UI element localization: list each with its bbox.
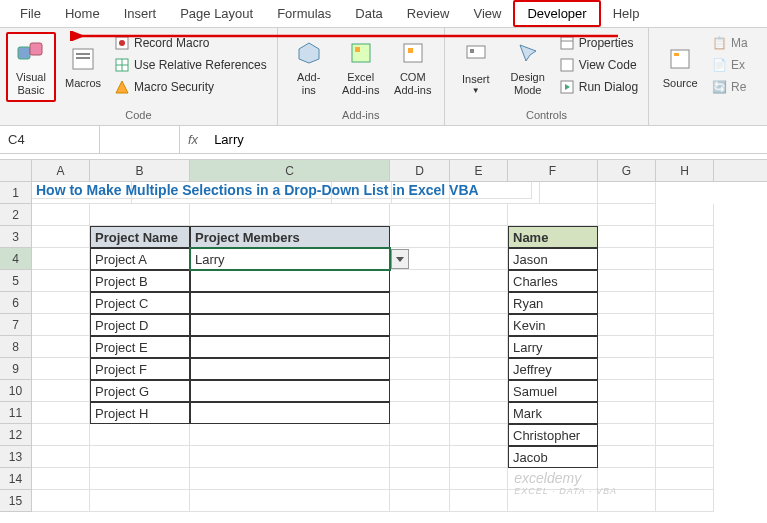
cell-F3[interactable]: Name (508, 226, 598, 248)
cell-A12[interactable] (32, 424, 90, 446)
cell-A9[interactable] (32, 358, 90, 380)
cell-E5[interactable] (450, 270, 508, 292)
menu-file[interactable]: File (8, 2, 53, 25)
cell-F4[interactable]: Jason (508, 248, 598, 270)
cell-B7[interactable]: Project D (90, 314, 190, 336)
select-all-corner[interactable] (0, 160, 32, 181)
cell-H8[interactable] (656, 336, 714, 358)
fx-label[interactable]: fx (180, 132, 206, 147)
row-header-8[interactable]: 8 (0, 336, 32, 358)
col-header-F[interactable]: F (508, 160, 598, 181)
run-dialog-button[interactable]: Run Dialog (555, 76, 642, 98)
row-header-15[interactable]: 15 (0, 490, 32, 512)
macros-button[interactable]: Macros (58, 32, 108, 102)
col-header-A[interactable]: A (32, 160, 90, 181)
row-header-6[interactable]: 6 (0, 292, 32, 314)
cell-A13[interactable] (32, 446, 90, 468)
cell-F14[interactable] (508, 468, 598, 490)
cell-E15[interactable] (450, 490, 508, 512)
source-button[interactable]: Source (655, 32, 705, 102)
cell-G8[interactable] (598, 336, 656, 358)
cell-H12[interactable] (656, 424, 714, 446)
cell-G10[interactable] (598, 380, 656, 402)
col-header-G[interactable]: G (598, 160, 656, 181)
cell-B4[interactable]: Project A (90, 248, 190, 270)
cell-H3[interactable] (656, 226, 714, 248)
cell-C2[interactable] (190, 204, 390, 226)
row-header-4[interactable]: 4 (0, 248, 32, 270)
cell-C9[interactable] (190, 358, 390, 380)
cell-D8[interactable] (390, 336, 450, 358)
row-header-12[interactable]: 12 (0, 424, 32, 446)
cell-B10[interactable]: Project G (90, 380, 190, 402)
cell-A11[interactable] (32, 402, 90, 424)
cell-D14[interactable] (390, 468, 450, 490)
com-addins-button[interactable]: COM Add-ins (388, 32, 438, 102)
cell-D12[interactable] (390, 424, 450, 446)
cell-G12[interactable] (598, 424, 656, 446)
row-header-3[interactable]: 3 (0, 226, 32, 248)
row-header-11[interactable]: 11 (0, 402, 32, 424)
cell-C4[interactable]: Larry (190, 248, 390, 270)
excel-addins-button[interactable]: Excel Add-ins (336, 32, 386, 102)
cell-G9[interactable] (598, 358, 656, 380)
row-header-14[interactable]: 14 (0, 468, 32, 490)
row-header-5[interactable]: 5 (0, 270, 32, 292)
cell-H13[interactable] (656, 446, 714, 468)
cell-A7[interactable] (32, 314, 90, 336)
cell-G4[interactable] (598, 248, 656, 270)
cell-A15[interactable] (32, 490, 90, 512)
name-box[interactable]: C4 (0, 126, 100, 153)
cell-F11[interactable]: Mark (508, 402, 598, 424)
cell-A6[interactable] (32, 292, 90, 314)
cell-E11[interactable] (450, 402, 508, 424)
cell-B8[interactable]: Project E (90, 336, 190, 358)
cell-E9[interactable] (450, 358, 508, 380)
cell-A1[interactable]: How to Make Multiple Selections in a Dro… (32, 182, 532, 199)
col-header-C[interactable]: C (190, 160, 390, 181)
cell-A8[interactable] (32, 336, 90, 358)
cell-C11[interactable] (190, 402, 390, 424)
cell-F9[interactable]: Jeffrey (508, 358, 598, 380)
cell-B14[interactable] (90, 468, 190, 490)
cell-D9[interactable] (390, 358, 450, 380)
cell-G1[interactable] (540, 182, 598, 204)
view-code-button[interactable]: View Code (555, 54, 642, 76)
refresh-button[interactable]: 🔄Re (707, 76, 752, 98)
row-header-2[interactable]: 2 (0, 204, 32, 226)
cell-D7[interactable] (390, 314, 450, 336)
cell-E4[interactable] (450, 248, 508, 270)
record-macro-button[interactable]: Record Macro (110, 32, 271, 54)
menu-developer[interactable]: Developer (513, 0, 600, 27)
cells-grid[interactable]: How to Make Multiple Selections in a Dro… (32, 182, 714, 512)
cell-G15[interactable] (598, 490, 656, 512)
menu-page-layout[interactable]: Page Layout (168, 2, 265, 25)
cell-E2[interactable] (450, 204, 508, 226)
cell-G5[interactable] (598, 270, 656, 292)
cell-H15[interactable] (656, 490, 714, 512)
cell-C14[interactable] (190, 468, 390, 490)
cell-D13[interactable] (390, 446, 450, 468)
cell-G14[interactable] (598, 468, 656, 490)
menu-insert[interactable]: Insert (112, 2, 169, 25)
cell-C8[interactable] (190, 336, 390, 358)
menu-view[interactable]: View (461, 2, 513, 25)
cell-F2[interactable] (508, 204, 598, 226)
cell-F6[interactable]: Ryan (508, 292, 598, 314)
cell-D6[interactable] (390, 292, 450, 314)
menu-formulas[interactable]: Formulas (265, 2, 343, 25)
cell-A14[interactable] (32, 468, 90, 490)
cell-F10[interactable]: Samuel (508, 380, 598, 402)
cell-B6[interactable]: Project C (90, 292, 190, 314)
cell-B5[interactable]: Project B (90, 270, 190, 292)
cell-H4[interactable] (656, 248, 714, 270)
properties-button[interactable]: Properties (555, 32, 642, 54)
cell-C12[interactable] (190, 424, 390, 446)
cell-C6[interactable] (190, 292, 390, 314)
col-header-B[interactable]: B (90, 160, 190, 181)
dropdown-button[interactable] (391, 249, 409, 269)
formula-input[interactable] (206, 126, 767, 153)
cell-F13[interactable]: Jacob (508, 446, 598, 468)
cell-G2[interactable] (598, 204, 656, 226)
cell-D11[interactable] (390, 402, 450, 424)
